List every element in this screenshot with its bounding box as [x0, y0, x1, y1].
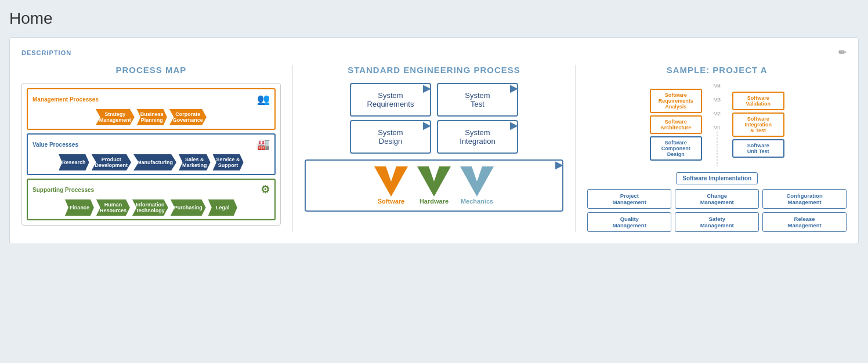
sep-system-test[interactable]: SystemTest — [437, 83, 518, 117]
mgmt-item-3[interactable]: CorporateGovernance — [169, 109, 207, 125]
project-a-title: SAMPLE: PROJECT A — [587, 65, 847, 75]
supp-item-2[interactable]: HumanResources — [96, 199, 130, 216]
sep-title: STANDARD ENGINEERING PROCESS — [305, 65, 564, 75]
value-icon: 🏭 — [257, 138, 270, 151]
pa-box-sm[interactable]: SafetyManagement — [675, 212, 759, 232]
bottom-grid: ProjectManagement ChangeManagement Confi… — [587, 189, 847, 232]
sep-mid-row: SystemDesign SystemIntegration — [305, 120, 564, 154]
value-items: Research ProductDevelopment Manufacturin… — [32, 154, 270, 170]
impl-row: Software Implementation — [587, 171, 847, 184]
milestone-m1: M1 — [713, 125, 721, 130]
description-header: DESCRIPTION ✏ — [21, 47, 847, 58]
supporting-items: Finance HumanResources InformationTechno… — [32, 199, 270, 216]
sep-top-row: SystemRequirements SystemTest — [305, 83, 564, 117]
sep-container: SystemRequirements SystemTest SystemDesi… — [305, 83, 564, 212]
supporting-icon: ⚙ — [261, 183, 270, 196]
supp-item-3[interactable]: InformationTechnology — [132, 199, 168, 216]
mgmt-item-1[interactable]: StrategyManagement — [96, 109, 135, 125]
sep-section: STANDARD ENGINEERING PROCESS SystemRequi… — [305, 65, 564, 212]
phase-sit[interactable]: SoftwareIntegration& Test — [732, 112, 784, 137]
value-item-2[interactable]: ProductDevelopment — [92, 154, 132, 170]
process-map-section: PROCESS MAP Management Processes 👥 Strat… — [21, 65, 281, 226]
edit-icon[interactable]: ✏ — [838, 47, 847, 58]
supporting-row: Supporting Processes ⚙ Finance HumanReso… — [27, 179, 276, 220]
impl-box[interactable]: Software Implementation — [676, 172, 758, 184]
pa-box-pm[interactable]: ProjectManagement — [587, 189, 671, 209]
supp-item-4[interactable]: Purchasing — [171, 199, 206, 216]
management-row: Management Processes 👥 StrategyManagemen… — [27, 88, 276, 130]
phase-sut[interactable]: SoftwareUnit Test — [732, 139, 784, 158]
supporting-header: Supporting Processes ⚙ — [32, 183, 270, 196]
pa-box-qm[interactable]: QualityManagement — [587, 212, 671, 232]
divider-2 — [575, 65, 576, 232]
sep-system-requirements[interactable]: SystemRequirements — [350, 83, 431, 117]
process-map-container: Management Processes 👥 StrategyManagemen… — [21, 83, 281, 226]
v-software: Software — [374, 166, 408, 205]
right-phases: SoftwareValidation SoftwareIntegration& … — [732, 92, 784, 158]
management-items: StrategyManagement BusinessPlanning Corp… — [32, 109, 270, 125]
milestones: M4 M3 M2 M1 — [706, 83, 729, 166]
v-software-label: Software — [378, 198, 404, 205]
value-row: Value Processes 🏭 Research ProductDevelo… — [27, 133, 276, 175]
phase-sv[interactable]: SoftwareValidation — [732, 92, 784, 110]
mgmt-item-2[interactable]: BusinessPlanning — [137, 109, 167, 125]
v-mechanics: Mechanics — [460, 166, 494, 205]
project-a-container: SoftwareRequirementsAnalysis SoftwareArc… — [587, 83, 847, 232]
pa-box-cm[interactable]: ChangeManagement — [675, 189, 759, 209]
sep-system-integration[interactable]: SystemIntegration — [437, 120, 518, 154]
svg-marker-2 — [460, 166, 494, 197]
v-mechanics-label: Mechanics — [461, 198, 493, 205]
management-icon: 👥 — [257, 93, 270, 106]
v-hardware: Hardware — [417, 166, 451, 205]
pa-box-cfg[interactable]: ConfigurationManagement — [762, 189, 847, 209]
pa-box-rm[interactable]: ReleaseManagement — [762, 212, 847, 232]
milestone-m4: M4 — [713, 83, 721, 89]
svg-marker-0 — [374, 166, 408, 197]
management-header: Management Processes 👥 — [32, 93, 270, 106]
supp-item-5[interactable]: Legal — [208, 199, 237, 216]
value-header: Value Processes 🏭 — [32, 138, 270, 151]
main-card: DESCRIPTION ✏ PROCESS MAP Management Pro… — [9, 37, 859, 244]
svg-marker-1 — [417, 166, 451, 197]
page-title: Home — [9, 9, 859, 28]
sep-system-design[interactable]: SystemDesign — [350, 120, 431, 154]
value-item-3[interactable]: Manufacturing — [133, 154, 176, 170]
phase-sra[interactable]: SoftwareRequirementsAnalysis — [650, 89, 702, 113]
description-label-text: DESCRIPTION — [21, 49, 71, 56]
process-map-title: PROCESS MAP — [21, 65, 281, 75]
v-hardware-label: Hardware — [419, 198, 449, 205]
left-phases: SoftwareRequirementsAnalysis SoftwareArc… — [650, 89, 702, 161]
project-a-section: SAMPLE: PROJECT A SoftwareRequirementsAn… — [587, 65, 847, 232]
milestone-m3: M3 — [713, 97, 721, 103]
value-item-4[interactable]: Sales &Marketing — [179, 154, 211, 170]
diagrams-row: PROCESS MAP Management Processes 👥 Strat… — [21, 65, 847, 232]
phase-sa[interactable]: SoftwareArchitecture — [650, 115, 702, 134]
milestone-m2: M2 — [713, 111, 721, 117]
value-item-1[interactable]: Research — [59, 154, 89, 170]
divider-1 — [292, 65, 293, 232]
value-item-5[interactable]: Service &Support — [213, 154, 244, 170]
funnel-area: SoftwareRequirementsAnalysis SoftwareArc… — [587, 83, 847, 166]
phase-scd[interactable]: SoftwareComponentDesign — [650, 136, 702, 161]
supp-item-1[interactable]: Finance — [65, 199, 94, 216]
